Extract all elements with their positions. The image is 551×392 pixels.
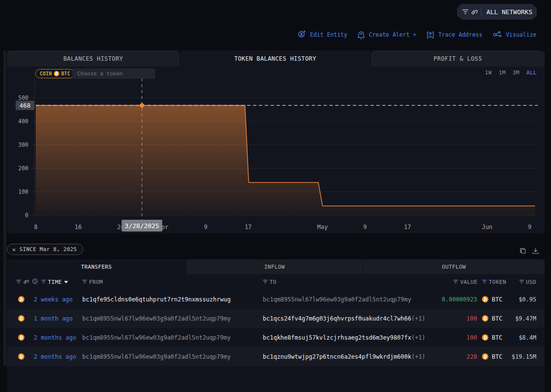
action-button-trace-address[interactable]: Trace Address xyxy=(426,30,482,40)
tab-outflow[interactable]: OUTFLOW xyxy=(363,259,545,274)
header-filter xyxy=(16,274,21,290)
to-address: bc1qm8955nwl67lw96ew03g9a0f2adl5nt2uqp79… xyxy=(263,290,411,309)
token-cell: ₿BTC xyxy=(482,309,503,328)
from-address: bc1qm8955nwl67lw96ew03g9a0f2adl5nt2uqp79… xyxy=(82,309,230,328)
clock-icon[interactable] xyxy=(32,278,38,285)
to-address: bc1qkhe8fmsuj57kvlzcjrhsaeg2tsd6m3ey9807… xyxy=(263,328,425,347)
action-label: Visualize xyxy=(506,31,536,38)
crosshair-value-badge-text: 468 xyxy=(20,102,31,109)
x-axis-label-9: 9 xyxy=(528,224,531,231)
filter-icon[interactable] xyxy=(82,279,87,285)
transfer-time-link[interactable]: 2 weeks ago xyxy=(34,290,72,309)
transfer-time-link[interactable]: 1 month ago xyxy=(34,309,72,328)
from-address: bc1qm8955nwl67lw96ew03g9a0f2adl5nt2uqp79… xyxy=(82,347,230,366)
address-link[interactable]: bc1qm8955nwl67lw96ew03g9a0f2adl5nt2uqp79… xyxy=(82,334,230,341)
filter-icon[interactable] xyxy=(519,279,524,285)
scrollbar[interactable] xyxy=(3,50,6,366)
action-button-edit-entity[interactable]: Edit Entity xyxy=(297,30,347,40)
download-icon[interactable] xyxy=(531,247,539,254)
main-tabs: BALANCES HISTORYTOKEN BALANCES HISTORYPR… xyxy=(7,50,545,67)
address-link[interactable]: bc1qm8955nwl67lw96ew03g9a0f2adl5nt2uqp79… xyxy=(263,296,411,303)
tab-balances-history[interactable]: BALANCES HISTORY xyxy=(7,50,180,67)
from-address: bc1qm8955nwl67lw96ew03g9a0f2adl5nt2uqp79… xyxy=(82,328,230,347)
column-label-usd: USD xyxy=(526,279,536,285)
filter-icon[interactable] xyxy=(41,279,46,285)
tab-inflow[interactable]: INFLOW xyxy=(186,259,363,274)
token-symbol: BTC xyxy=(492,296,503,303)
header-value: VALUE xyxy=(453,274,478,290)
bitcoin-icon: ₿ xyxy=(18,290,24,309)
copy-icon[interactable] xyxy=(519,247,527,254)
address-link[interactable]: bc1qcs24fv4g7m6g03j6qhvrpsf0uakudr4cl7wh… xyxy=(263,315,411,322)
action-button-create-alert[interactable]: Create Alert + xyxy=(357,30,416,40)
column-label-time: TIME xyxy=(48,279,62,285)
header-usd: USD xyxy=(519,274,536,290)
chevron-down-icon[interactable] xyxy=(64,281,68,283)
filter-icon[interactable] xyxy=(482,279,487,285)
action-buttons-row: Edit Entity Create Alert + Trace Address… xyxy=(297,28,536,41)
address-link[interactable]: bc1qkhe8fmsuj57kvlzcjrhsaeg2tsd6m3ey9807… xyxy=(263,334,411,341)
header-clock xyxy=(32,274,38,290)
since-filter-chip[interactable]: ✕ SINCE Mar 8, 2025 xyxy=(7,244,83,255)
x-axis-label-17: 17 xyxy=(404,224,411,231)
x-axis-label-9: 9 xyxy=(363,224,367,231)
to-address: bc1qznu9wtwjpg27p6tncn6a2es4pfl9wkrdjm60… xyxy=(263,347,425,366)
x-axis-label-9: 9 xyxy=(204,224,207,231)
filter-icon[interactable] xyxy=(16,279,21,285)
bitcoin-icon: ₿ xyxy=(482,315,489,322)
link-icon[interactable] xyxy=(471,7,478,16)
bitcoin-icon: ₿ xyxy=(482,334,489,341)
tab-transfers[interactable]: TRANSFERS xyxy=(7,259,186,274)
edit-entity-icon xyxy=(297,30,307,40)
usd-value: $8.4M xyxy=(519,328,536,347)
address-link[interactable]: bc1qznu9wtwjpg27p6tncn6a2es4pfl9wkrdjm60… xyxy=(263,353,411,360)
y-axis-label-400: 400 xyxy=(18,118,28,125)
chart-panel: COIN ₿ BTC 1W1M3MALL 0100200300400500816… xyxy=(7,67,545,233)
usd-value: $9.47M xyxy=(515,309,536,328)
trace-address-icon xyxy=(426,30,435,40)
table-row: ₿2 months agobc1qm8955nwl67lw96ew03g9a0f… xyxy=(7,347,545,366)
filter-icon[interactable] xyxy=(462,7,469,16)
bitcoin-icon: ₿ xyxy=(18,328,24,347)
balance-area xyxy=(36,105,535,215)
crosshair-date-tooltip-text: 3/28/2025 xyxy=(125,222,159,230)
divider xyxy=(481,7,482,16)
transfer-value: 228 xyxy=(466,347,477,366)
transfer-value: 0.00000923 xyxy=(442,290,477,309)
address-link[interactable]: bc1qm8955nwl67lw96ew03g9a0f2adl5nt2uqp79… xyxy=(82,315,230,322)
table-row: ₿2 weeks agobc1qfe95cldns0e6qtuhprut7rn2… xyxy=(7,290,545,309)
tab-profit-loss[interactable]: PROFIT & LOSS xyxy=(371,50,545,67)
transfer-time-link[interactable]: 2 months ago xyxy=(34,328,76,347)
y-axis-label-0: 0 xyxy=(25,212,28,219)
additional-recipients: (+1) xyxy=(411,334,425,341)
from-address: bc1qfe95cldns0e6qtuhprut7rn2t9nxmssuzhrw… xyxy=(82,290,230,309)
column-label-to: TO xyxy=(270,279,276,285)
transfer-value: 100 xyxy=(466,309,477,328)
tab-token-balances-history[interactable]: TOKEN BALANCES HISTORY xyxy=(180,50,370,67)
y-axis-label-500: 500 xyxy=(18,94,28,101)
usd-value: $0.95 xyxy=(519,290,536,309)
x-axis-label-jun: Jun xyxy=(482,224,493,231)
token-cell: ₿BTC xyxy=(482,347,503,366)
column-label-from: FROM xyxy=(89,279,103,285)
network-selector[interactable]: ALL NETWORKS xyxy=(457,4,537,20)
to-address: bc1qcs24fv4g7m6g03j6qhvrpsf0uakudr4cl7wh… xyxy=(263,309,425,328)
token-balance-chart[interactable]: 010020030040050081624Apr917May917Jun9468… xyxy=(7,67,545,233)
bitcoin-icon: ₿ xyxy=(482,296,489,303)
bitcoin-icon: ₿ xyxy=(482,353,489,360)
header-to: TO xyxy=(263,274,276,290)
action-label: Create Alert + xyxy=(369,31,416,38)
transfer-time-link[interactable]: 2 months ago xyxy=(34,347,76,366)
bitcoin-icon: ₿ xyxy=(18,347,24,366)
close-icon[interactable]: ✕ xyxy=(12,246,16,253)
filter-icon[interactable] xyxy=(453,279,458,285)
address-link[interactable]: bc1qfe95cldns0e6qtuhprut7rn2t9nxmssuzhrw… xyxy=(82,296,230,303)
visualize-icon xyxy=(492,30,503,39)
address-link[interactable]: bc1qm8955nwl67lw96ew03g9a0f2adl5nt2uqp79… xyxy=(82,353,230,360)
filter-icon[interactable] xyxy=(263,279,268,285)
y-axis-label-200: 200 xyxy=(18,165,28,172)
link-icon[interactable] xyxy=(23,278,29,286)
action-button-visualize[interactable]: Visualize xyxy=(492,30,536,39)
table-row: ₿2 months agobc1qm8955nwl67lw96ew03g9a0f… xyxy=(7,328,545,347)
create-alert-icon xyxy=(357,30,366,40)
